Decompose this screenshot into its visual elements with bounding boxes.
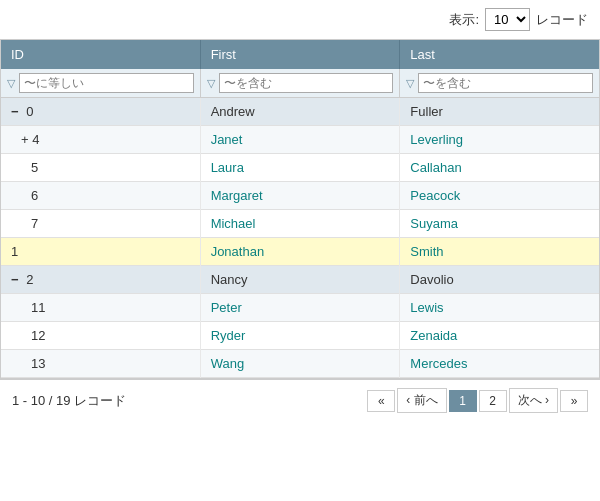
page-next-button[interactable]: 次へ › (509, 388, 558, 413)
top-bar: 表示: 10 25 50 レコード (0, 0, 600, 39)
group-first-cell: Andrew (200, 98, 400, 126)
table-row: 7MichaelSuyama (1, 210, 599, 238)
highlight-first-cell: Jonathan (200, 238, 400, 266)
filter-cell-first: ▽ (200, 69, 400, 98)
col-header-last: Last (400, 40, 599, 69)
table-row: − 2NancyDavolio (1, 266, 599, 294)
page-size-select[interactable]: 10 25 50 (485, 8, 530, 31)
table-container: ID First Last ▽ ▽ (0, 39, 600, 379)
group-last-cell: Fuller (400, 98, 599, 126)
child-toggle[interactable]: + (21, 132, 29, 147)
child-last-cell: Lewis (400, 294, 599, 322)
child-first-cell: Wang (200, 350, 400, 378)
page-last-button[interactable]: » (560, 390, 588, 412)
group-id-cell: − 0 (1, 98, 200, 126)
child-first-cell: Ryder (200, 322, 400, 350)
footer: 1 - 10 / 19 レコード « ‹ 前へ 1 2 次へ › » (0, 379, 600, 421)
footer-info: 1 - 10 / 19 レコード (12, 392, 126, 410)
child-id-cell: 13 (1, 350, 200, 378)
child-last-cell: Leverling (400, 126, 599, 154)
highlight-last-cell: Smith (400, 238, 599, 266)
child-id-cell: 6 (1, 182, 200, 210)
pagination: « ‹ 前へ 1 2 次へ › » (367, 388, 588, 413)
table-row: − 0AndrewFuller (1, 98, 599, 126)
table-row: 11PeterLewis (1, 294, 599, 322)
display-label: 表示: (449, 11, 479, 29)
filter-row: ▽ ▽ ▽ (1, 69, 599, 98)
child-last-cell: Suyama (400, 210, 599, 238)
table-row: 6MargaretPeacock (1, 182, 599, 210)
filter-icon-id[interactable]: ▽ (7, 77, 15, 90)
filter-icon-first[interactable]: ▽ (207, 77, 215, 90)
child-first-cell: Peter (200, 294, 400, 322)
page-1-button[interactable]: 1 (449, 390, 477, 412)
child-first-cell: Janet (200, 126, 400, 154)
child-id-cell: 11 (1, 294, 200, 322)
table-row: 5LauraCallahan (1, 154, 599, 182)
table-row: 1JonathanSmith (1, 238, 599, 266)
page-prev-button[interactable]: ‹ 前へ (397, 388, 446, 413)
group-last-cell: Davolio (400, 266, 599, 294)
page-first-button[interactable]: « (367, 390, 395, 412)
child-id-cell: 12 (1, 322, 200, 350)
filter-cell-last: ▽ (400, 69, 599, 98)
page-2-button[interactable]: 2 (479, 390, 507, 412)
child-last-cell: Peacock (400, 182, 599, 210)
filter-icon-last[interactable]: ▽ (406, 77, 414, 90)
group-toggle[interactable]: − (11, 272, 19, 287)
child-id-cell: + 4 (1, 126, 200, 154)
col-header-id: ID (1, 40, 200, 69)
filter-input-first[interactable] (219, 73, 394, 93)
child-first-cell: Margaret (200, 182, 400, 210)
filter-cell-id: ▽ (1, 69, 200, 98)
group-first-cell: Nancy (200, 266, 400, 294)
table-body: − 0AndrewFuller+ 4JanetLeverling5LauraCa… (1, 98, 599, 378)
group-id-cell: − 2 (1, 266, 200, 294)
table-row: 13WangMercedes (1, 350, 599, 378)
child-first-cell: Michael (200, 210, 400, 238)
filter-input-last[interactable] (418, 73, 593, 93)
records-label: レコード (536, 11, 588, 29)
child-last-cell: Zenaida (400, 322, 599, 350)
child-last-cell: Callahan (400, 154, 599, 182)
highlight-id-cell: 1 (1, 238, 200, 266)
data-table: ID First Last ▽ ▽ (1, 40, 599, 378)
table-header-row: ID First Last (1, 40, 599, 69)
table-row: 12RyderZenaida (1, 322, 599, 350)
child-id-cell: 7 (1, 210, 200, 238)
child-id-cell: 5 (1, 154, 200, 182)
group-toggle[interactable]: − (11, 104, 19, 119)
col-header-first: First (200, 40, 400, 69)
child-first-cell: Laura (200, 154, 400, 182)
filter-input-id[interactable] (19, 73, 194, 93)
table-row: + 4JanetLeverling (1, 126, 599, 154)
child-last-cell: Mercedes (400, 350, 599, 378)
